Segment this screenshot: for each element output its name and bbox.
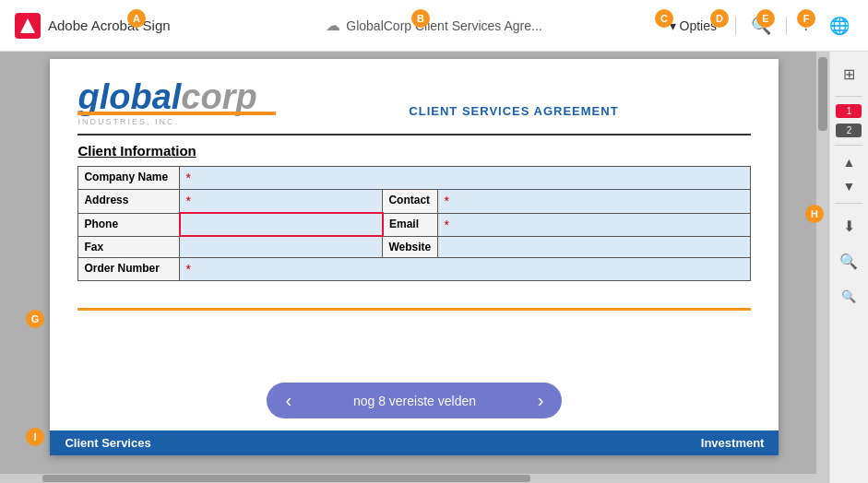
- company-name-label: Company Name: [78, 167, 180, 190]
- client-info-table: Company Name * Address * Contact * Phone…: [77, 166, 751, 281]
- contact-label: Contact: [383, 190, 438, 214]
- label-f: F: [797, 9, 815, 28]
- logo-area: Adobe Acrobat Sign: [15, 13, 218, 39]
- vertical-scrollbar[interactable]: [816, 52, 829, 483]
- adobe-logo-icon: [15, 13, 41, 39]
- required-fields-text: nog 8 vereiste velden: [306, 394, 523, 408]
- fax-label: Fax: [78, 236, 180, 257]
- label-h: H: [805, 205, 824, 223]
- sidebar-divider: [835, 96, 862, 97]
- sidebar-divider2: [835, 145, 862, 146]
- horizontal-scrollbar[interactable]: [0, 474, 816, 483]
- next-field-button[interactable]: ›: [538, 390, 544, 411]
- required-mark: *: [185, 171, 190, 185]
- required-fields-nav: ‹ nog 8 vereiste velden ›: [267, 383, 562, 418]
- download-button[interactable]: ⬇: [834, 211, 863, 241]
- address-label: Address: [78, 190, 180, 214]
- app-title: Adobe Acrobat Sign: [48, 18, 171, 33]
- order-number-input[interactable]: *: [180, 257, 751, 280]
- section-title: Client Information: [77, 143, 751, 159]
- main-container: G I global corp INDUSTRIES, INC. CLIENT …: [0, 52, 868, 483]
- svg-marker-0: [20, 18, 35, 33]
- page-1-thumbnail[interactable]: 1: [836, 104, 862, 118]
- table-row: Fax Website: [78, 236, 751, 257]
- label-g: G: [26, 310, 44, 328]
- fax-input[interactable]: [180, 236, 383, 257]
- label-c: C: [655, 9, 673, 28]
- document-title-area: ☁ GlobalCorp Client Services Agre...: [218, 17, 650, 34]
- right-sidebar: H ⊞ 1 2 ▲ ▼ ⬇ 🔍 🔍: [829, 52, 868, 483]
- cloud-icon: ☁: [326, 17, 340, 34]
- address-input[interactable]: *: [180, 190, 383, 214]
- top-bar: A Adobe Acrobat Sign B ☁ GlobalCorp Clie…: [0, 0, 868, 52]
- table-row: Order Number *: [78, 257, 751, 280]
- zoom-out-button[interactable]: 🔍: [834, 281, 863, 311]
- table-row: Phone Email *: [78, 213, 751, 236]
- label-e: E: [756, 9, 775, 28]
- label-b: B: [411, 9, 430, 28]
- investment-label: Investment: [701, 436, 765, 450]
- phone-input[interactable]: [180, 213, 383, 236]
- company-header: global corp INDUSTRIES, INC. CLIENT SERV…: [77, 77, 751, 126]
- document-area[interactable]: G I global corp INDUSTRIES, INC. CLIENT …: [0, 52, 829, 483]
- divider2: [786, 17, 787, 35]
- table-row: Address * Contact *: [78, 190, 751, 214]
- logo-underline: [77, 112, 276, 115]
- company-name-input[interactable]: *: [180, 167, 751, 190]
- contact-input[interactable]: *: [438, 190, 751, 214]
- label-a: A: [127, 9, 146, 28]
- label-d: D: [710, 9, 729, 28]
- top-bar-actions: ▾ Opties 🔍 ? 🌐: [650, 12, 853, 40]
- scroll-down-button[interactable]: ▼: [838, 177, 862, 195]
- label-i: I: [26, 428, 44, 446]
- document-title: GlobalCorp Client Services Agre...: [346, 18, 541, 33]
- company-logo-block: global corp INDUSTRIES, INC.: [77, 77, 276, 126]
- email-input[interactable]: *: [438, 213, 751, 236]
- agreement-title: CLIENT SERVICES AGREEMENT: [276, 86, 751, 118]
- h-scroll-thumb[interactable]: [42, 475, 530, 482]
- prev-field-button[interactable]: ‹: [285, 390, 291, 411]
- sidebar-divider3: [835, 203, 862, 204]
- scroll-up-button[interactable]: ▲: [838, 153, 862, 171]
- table-row: Company Name *: [78, 167, 751, 190]
- phone-label: Phone: [78, 213, 180, 236]
- orange-highlight-line: [77, 308, 751, 311]
- website-label: Website: [383, 236, 438, 257]
- document-page: global corp INDUSTRIES, INC. CLIENT SERV…: [50, 59, 779, 455]
- zoom-in-button[interactable]: 🔍: [834, 246, 863, 276]
- order-number-label: Order Number: [78, 257, 180, 280]
- scroll-thumb[interactable]: [818, 57, 827, 131]
- website-input[interactable]: [438, 236, 751, 257]
- email-label: Email: [383, 213, 438, 236]
- page-2-thumbnail[interactable]: 2: [836, 124, 862, 137]
- language-button[interactable]: 🌐: [826, 12, 853, 40]
- grid-view-button[interactable]: ⊞: [834, 59, 863, 88]
- divider: [735, 17, 736, 35]
- client-services-bar: Client Services Investment: [50, 430, 779, 455]
- logo-tagline: INDUSTRIES, INC.: [77, 117, 276, 126]
- client-services-label: Client Services: [65, 436, 150, 450]
